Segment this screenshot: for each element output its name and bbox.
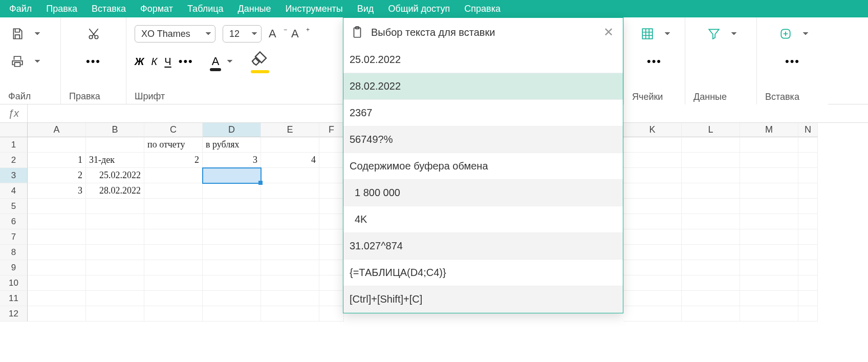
col-header-N[interactable]: N	[798, 123, 818, 137]
col-header-B[interactable]: B	[86, 123, 144, 137]
cell-C3[interactable]	[144, 168, 203, 183]
cell-E7[interactable]	[261, 229, 319, 245]
cell-B12[interactable]	[86, 306, 144, 322]
row-header-6[interactable]: 6	[0, 214, 28, 229]
cell-C10[interactable]	[144, 275, 203, 291]
cell-A11[interactable]	[28, 291, 86, 306]
cell-F12[interactable]	[319, 306, 344, 322]
menu-help[interactable]: Справка	[457, 1, 508, 17]
cell-E6[interactable]	[261, 214, 319, 229]
cell-L7[interactable]	[682, 229, 740, 245]
paste-item-8[interactable]: {=ТАБЛИЦА(D4;C4)}	[343, 260, 623, 286]
row-header-2[interactable]: 2	[0, 153, 28, 168]
cell-A6[interactable]	[28, 214, 86, 229]
cell-F8[interactable]	[319, 245, 344, 260]
cell-E2[interactable]: 4	[261, 153, 319, 168]
cell-K6[interactable]	[623, 214, 682, 229]
cell-M10[interactable]	[740, 275, 798, 291]
cell-C2[interactable]: 2	[144, 153, 203, 168]
menu-view[interactable]: Вид	[350, 1, 381, 17]
cell-M3[interactable]	[740, 168, 798, 183]
cell-F10[interactable]	[319, 275, 344, 291]
cell-M8[interactable]	[740, 245, 798, 260]
italic-button[interactable]: К	[151, 56, 158, 68]
cell-E5[interactable]	[261, 199, 319, 214]
paste-item-1[interactable]: 28.02.2022	[343, 73, 623, 100]
cell-E8[interactable]	[261, 245, 319, 260]
cell-N6[interactable]	[798, 214, 818, 229]
cell-F7[interactable]	[319, 229, 344, 245]
cell-C5[interactable]	[144, 199, 203, 214]
bold-button[interactable]: Ж	[135, 56, 144, 68]
filter-dropdown[interactable]	[730, 30, 737, 37]
row-header-7[interactable]: 7	[0, 229, 28, 245]
cell-L10[interactable]	[682, 275, 740, 291]
cell-K8[interactable]	[623, 245, 682, 260]
insert-button[interactable]	[776, 25, 795, 43]
cell-D1[interactable]: в рублях	[203, 137, 261, 153]
row-header-12[interactable]: 12	[0, 306, 28, 322]
cell-B5[interactable]	[86, 199, 144, 214]
cell-B11[interactable]	[86, 291, 144, 306]
cell-B4[interactable]: 28.02.2022	[86, 183, 144, 199]
cell-D12[interactable]	[203, 306, 261, 322]
cell-C1[interactable]: по отчету	[144, 137, 203, 153]
cell-L12[interactable]	[682, 306, 740, 322]
col-header-D[interactable]: D	[203, 123, 261, 137]
cell-A4[interactable]: 3	[28, 183, 86, 199]
row-header-4[interactable]: 4	[0, 183, 28, 199]
cell-A1[interactable]	[28, 137, 86, 153]
row-header-9[interactable]: 9	[0, 260, 28, 275]
font-color-dropdown[interactable]	[226, 58, 233, 65]
col-header-E[interactable]: E	[261, 123, 319, 137]
cell-B1[interactable]	[86, 137, 144, 153]
cell-M7[interactable]	[740, 229, 798, 245]
cell-D8[interactable]	[203, 245, 261, 260]
cell-D2[interactable]: 3	[203, 153, 261, 168]
save-button[interactable]	[8, 25, 27, 43]
cell-D5[interactable]	[203, 199, 261, 214]
cell-F9[interactable]	[319, 260, 344, 275]
col-header-C[interactable]: C	[144, 123, 203, 137]
row-header-1[interactable]: 1	[0, 137, 28, 153]
cell-C11[interactable]	[144, 291, 203, 306]
paste-item-6[interactable]: 4K	[343, 206, 623, 233]
cell-L9[interactable]	[682, 260, 740, 275]
cell-K10[interactable]	[623, 275, 682, 291]
cell-N7[interactable]	[798, 229, 818, 245]
row-header-3[interactable]: 3	[0, 168, 28, 183]
select-all-corner[interactable]	[0, 123, 28, 137]
cell-N12[interactable]	[798, 306, 818, 322]
cell-F4[interactable]	[319, 183, 344, 199]
cell-L6[interactable]	[682, 214, 740, 229]
menu-file[interactable]: Файл	[2, 1, 39, 17]
cell-L3[interactable]	[682, 168, 740, 183]
cell-K2[interactable]	[623, 153, 682, 168]
cell-B8[interactable]	[86, 245, 144, 260]
cell-C7[interactable]	[144, 229, 203, 245]
font-more-button[interactable]: •••	[179, 55, 193, 68]
cell-M11[interactable]	[740, 291, 798, 306]
save-dropdown[interactable]	[34, 30, 41, 37]
cell-L4[interactable]	[682, 183, 740, 199]
cut-button[interactable]	[84, 25, 103, 43]
col-header-A[interactable]: A	[28, 123, 86, 137]
paste-item-2[interactable]: 2367	[343, 100, 623, 126]
cell-D9[interactable]	[203, 260, 261, 275]
font-family-select[interactable]: XO Thames	[135, 25, 215, 42]
col-header-K[interactable]: K	[623, 123, 682, 137]
font-size-select[interactable]: 12	[223, 25, 262, 42]
menu-data[interactable]: Данные	[231, 1, 278, 17]
cell-C12[interactable]	[144, 306, 203, 322]
cell-F3[interactable]	[319, 168, 344, 183]
cell-C6[interactable]	[144, 214, 203, 229]
cells-button[interactable]	[638, 25, 657, 43]
cell-E1[interactable]	[261, 137, 319, 153]
cell-N4[interactable]	[798, 183, 818, 199]
cell-E10[interactable]	[261, 275, 319, 291]
cell-B7[interactable]	[86, 229, 144, 245]
cell-N5[interactable]	[798, 199, 818, 214]
cell-A9[interactable]	[28, 260, 86, 275]
font-increase-button[interactable]: A	[291, 27, 307, 40]
menu-edit[interactable]: Правка	[39, 1, 84, 17]
